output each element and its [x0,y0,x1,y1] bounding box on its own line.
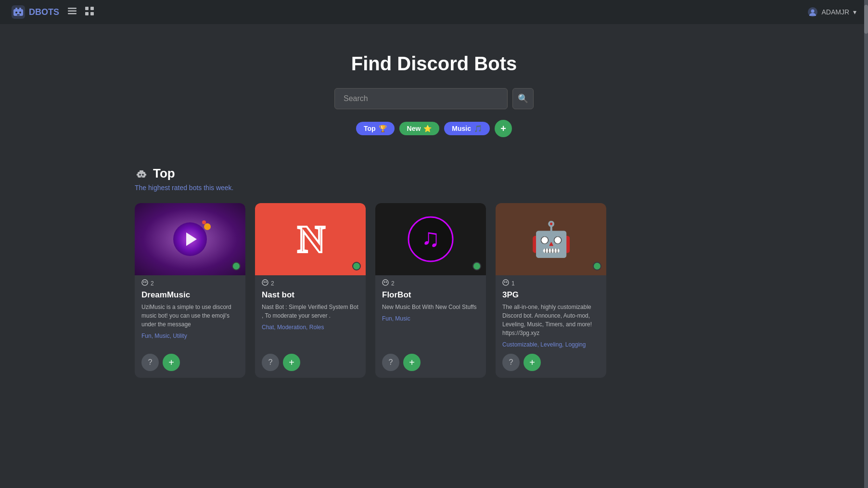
bot-tags-florbot: Fun, Music [382,315,479,322]
svg-point-28 [266,282,267,283]
bot-tags-dreammusic: Fun, Music, Utility [141,333,239,339]
online-dot-nast [352,262,361,270]
list-view-button[interactable] [66,5,78,20]
svg-point-23 [142,280,148,285]
svg-point-25 [145,282,147,283]
svg-rect-17 [140,170,143,173]
svg-rect-7 [68,8,77,9]
grid-view-button[interactable] [83,5,96,20]
svg-rect-10 [85,7,89,10]
server-count-florbot: 2 [375,275,486,289]
filter-pills: Top 🏆 New ⭐ Music 🎵 + [356,120,512,137]
top-section-title: Top [153,166,175,181]
3pg-avatar: 🤖 [496,203,606,275]
add-button-3pg[interactable]: + [523,354,541,371]
bot-tags-3pg: Customizable, Leveling, Logging [502,341,600,348]
info-button-nast[interactable]: ? [262,354,279,371]
add-button-florbot[interactable]: + [403,354,421,371]
top-label: Top [364,125,376,132]
logo-text: DBOTS [29,7,59,17]
hero-title: Find Discord Bots [351,53,517,75]
user-avatar-icon [808,7,817,17]
svg-rect-8 [68,10,77,12]
card-body-dreammusic: DreamMusic UziMusic is a simple to use d… [135,289,245,354]
nav-icons [66,5,96,20]
svg-rect-13 [90,12,94,15]
card-image-nast: N [255,203,366,275]
svg-point-33 [386,282,387,283]
bot-name-florbot: FlorBot [382,290,479,300]
svg-rect-3 [19,8,21,10]
bots-grid: 2 DreamMusic UziMusic is a simple to use… [135,203,733,378]
scrollbar-thumb[interactable] [864,5,868,34]
username-label: ADAMJR [821,8,849,16]
server-count-value-dreammusic: 2 [151,280,154,287]
svg-rect-21 [145,174,146,176]
scrollbar[interactable] [864,0,868,488]
server-count-3pg: 1 [496,275,606,289]
top-section: Top The highest rated bots this week. [0,152,868,397]
card-actions-florbot: ? + [375,354,486,378]
bot-name-3pg: 3PG [502,290,600,300]
svg-rect-20 [137,174,138,176]
svg-text:♫: ♫ [421,224,440,252]
server-icon-nast [262,279,268,287]
user-menu[interactable]: ADAMJR ▾ [808,7,856,17]
bot-desc-dreammusic: UziMusic is a simple to use discord musi… [141,303,239,329]
server-count-value-3pg: 1 [511,280,515,287]
bot-tags-nast: Chat, Moderation, Roles [262,324,359,331]
server-count-value-nast: 2 [271,280,274,287]
florbot-avatar: ♫ [375,203,486,275]
navbar: DBOTS ADAMJR ▾ [0,0,868,24]
music-label: Music [452,125,471,132]
svg-rect-12 [85,12,89,15]
card-image-florbot: ♫ [375,203,486,275]
svg-point-5 [19,12,21,13]
filter-new-button[interactable]: New ⭐ [399,122,440,135]
info-button-florbot[interactable]: ? [382,354,399,371]
info-button-dreammusic[interactable]: ? [141,354,159,371]
server-icon-3pg [502,279,509,287]
svg-point-35 [504,282,506,283]
search-input[interactable] [334,88,508,109]
card-actions-dreammusic: ? + [135,354,245,378]
card-actions-nast: ? + [255,354,366,378]
logo[interactable]: DBOTS [12,5,59,19]
card-image-dreammusic [135,203,245,275]
card-image-3pg: 🤖 [496,203,606,275]
svg-point-26 [262,280,268,285]
online-dot-dreammusic [232,262,241,270]
music-icon: 🎵 [474,125,482,132]
svg-point-36 [506,282,508,283]
svg-rect-11 [90,7,94,10]
server-count-value-florbot: 2 [391,280,395,287]
info-button-3pg[interactable]: ? [502,354,520,371]
svg-point-15 [811,10,815,13]
add-button-nast[interactable]: + [283,354,300,371]
nast-avatar: N [255,203,366,275]
bot-desc-3pg: The all-in-one, highly customizable Disc… [502,303,600,337]
svg-rect-22 [140,177,142,178]
dropdown-arrow: ▾ [853,8,856,16]
nast-n-letter: N [297,218,323,261]
star-icon: ⭐ [423,125,432,132]
server-icon-dreammusic [141,279,148,287]
add-button-dreammusic[interactable]: + [163,354,180,371]
bot-name-dreammusic: DreamMusic [141,290,239,300]
bot-card-dreammusic: 2 DreamMusic UziMusic is a simple to use… [135,203,245,378]
bot-card-florbot: ♫ 2 FlorBot New Music Bot With New Cool … [375,203,486,378]
svg-point-31 [383,280,388,285]
bot-name-nast: Nast bot [262,290,359,300]
hero-section: Find Discord Bots 🔍 Top 🏆 New ⭐ Music 🎵 … [0,24,868,152]
filter-add-button[interactable]: + [495,120,512,137]
svg-point-24 [143,282,145,283]
svg-point-19 [142,174,144,176]
filter-top-button[interactable]: Top 🏆 [356,122,395,135]
search-button[interactable]: 🔍 [512,88,534,109]
section-header: Top The highest rated bots this week. [135,166,733,192]
section-title: Top [135,166,733,181]
card-body-florbot: FlorBot New Music Bot With New Cool Stuf… [375,289,486,354]
svg-rect-6 [17,14,20,15]
filter-music-button[interactable]: Music 🎵 [444,122,490,135]
server-icon-florbot [382,279,389,287]
